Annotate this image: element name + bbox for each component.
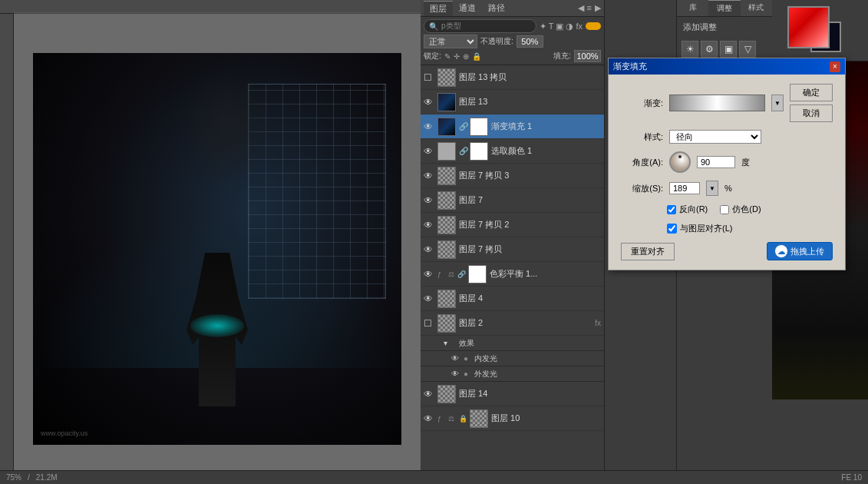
effects-expand[interactable]: ▾ — [444, 339, 454, 347]
style-row: 样式: 径向 — [621, 130, 833, 144]
lock-artboard-icon[interactable]: ⊕ — [463, 52, 469, 61]
layer-item[interactable]: 👁 🔗 选取颜色 1 — [421, 139, 604, 164]
brightness-contrast-icon-btn[interactable]: ☀ — [682, 41, 698, 58]
opacity-label: 不透明度: — [480, 36, 513, 47]
layer-thumbnail — [468, 265, 487, 283]
visibility-eye[interactable]: 👁 — [424, 146, 434, 157]
layer-item[interactable]: 👁 图层 7 拷贝 — [421, 237, 604, 262]
style-select[interactable]: 径向 — [669, 130, 761, 144]
link-icon: 🔗 — [459, 147, 467, 155]
visibility-checkbox[interactable]: ☐ — [424, 318, 434, 329]
layer-thumbnail — [437, 290, 456, 308]
layer-name: 图层 14 — [459, 388, 601, 399]
inner-glow-eye[interactable]: 👁 — [451, 354, 459, 363]
dither-checkbox[interactable] — [720, 205, 729, 214]
layer-thumbnail — [437, 385, 456, 403]
visibility-eye[interactable]: 👁 — [424, 269, 434, 280]
fill-value[interactable]: 100% — [574, 50, 601, 62]
layer-item-gradient-fill[interactable]: 👁 🔗 渐变填充 1 — [421, 114, 604, 139]
filter-text-icon[interactable]: T — [549, 22, 554, 31]
layer-item[interactable]: 👁 ƒ ⚖ 🔗 色彩平衡 1... — [421, 262, 604, 287]
outer-glow-eye[interactable]: 👁 — [451, 370, 459, 378]
align-checkbox[interactable] — [667, 224, 677, 234]
foreground-color-swatch[interactable] — [787, 6, 830, 48]
watermark: www.opacity.us — [41, 429, 87, 437]
lock-icons: ✎ ✛ ⊕ 🔒 — [444, 52, 481, 61]
visibility-eye[interactable]: 👁 — [424, 293, 434, 304]
filter-smart-icon[interactable]: fx — [576, 22, 583, 31]
levels-icon-btn[interactable]: ⚙ — [701, 41, 718, 58]
visibility-eye[interactable]: 👁 — [424, 97, 434, 108]
layer-name: 图层 2 — [459, 317, 592, 329]
layer-item-bottom[interactable]: 👁 ƒ ⚖ 🔒 图层 10 — [421, 406, 604, 431]
panel-expand[interactable]: ≡ — [587, 3, 592, 13]
upload-icon: ☁ — [775, 245, 787, 257]
visibility-eye[interactable]: 👁 — [424, 121, 434, 132]
layer-mask-thumbnail — [470, 118, 488, 136]
layer-item[interactable]: 👁 图层 7 — [421, 188, 604, 213]
layer-item[interactable]: 👁 图层 13 — [421, 90, 604, 114]
visibility-eye[interactable]: 👁 — [424, 244, 434, 255]
search-box[interactable]: 🔍 p类型 — [424, 19, 536, 33]
blend-mode-select[interactable]: 正常 — [424, 35, 477, 48]
scale-dropdown-button[interactable]: ▼ — [706, 181, 718, 196]
checkbox-row-1: 反向(R) 仿色(D) — [621, 204, 833, 215]
opacity-value[interactable]: 50% — [517, 35, 543, 48]
fx-badge: fx — [595, 319, 601, 327]
tab-styles[interactable]: 样式 — [741, 0, 772, 16]
right-panel: 图层 通道 路径 ◀ ≡ ▶ 🔍 p类型 ✦ T ▣ ◑ — [421, 0, 868, 484]
reset-align-button[interactable]: 重置对齐 — [621, 243, 675, 260]
filter-pixel-icon[interactable]: ✦ — [540, 22, 546, 31]
scale-input[interactable] — [669, 182, 700, 194]
upload-button[interactable]: ☁ 拖拽上传 — [767, 242, 833, 260]
layer-item[interactable]: 👁 图层 4 — [421, 287, 604, 311]
visibility-eye[interactable]: 👁 — [424, 195, 434, 206]
layer-item[interactable]: 👁 图层 7 拷贝 3 — [421, 164, 604, 188]
lock-pixel-icon[interactable]: ✎ — [444, 52, 451, 61]
visibility-eye[interactable]: 👁 — [424, 171, 434, 181]
tab-paths[interactable]: 路径 — [482, 1, 511, 15]
layer-list: ☐ 图层 13 拷贝 👁 图层 13 👁 🔗 渐变填充 1 👁 — [421, 65, 604, 472]
tab-channels[interactable]: 通道 — [453, 1, 482, 15]
curves-icon-btn[interactable]: ▣ — [720, 41, 737, 58]
effects-group: ▾ 效果 — [421, 336, 604, 351]
gradient-fill-dialog: 渐变填充 × 渐变: ▼ 确定 取消 样式: 径向 — [608, 58, 846, 270]
cancel-button[interactable]: 取消 — [790, 104, 833, 122]
angle-knob[interactable] — [669, 151, 691, 173]
angle-label: 角度(A): — [621, 157, 663, 168]
visibility-checkbox[interactable]: ☐ — [424, 72, 434, 83]
dialog-close-button[interactable]: × — [830, 61, 840, 72]
inner-glow-item[interactable]: 👁 ● 内发光 — [421, 351, 604, 366]
visibility-eye[interactable]: 👁 — [424, 220, 434, 230]
lock-row: 锁定: ✎ ✛ ⊕ 🔒 填充: 100% — [424, 50, 601, 62]
angle-input[interactable] — [697, 156, 735, 168]
layer-item[interactable]: 👁 图层 7 拷贝 2 — [421, 213, 604, 237]
reverse-checkbox[interactable] — [667, 205, 676, 214]
filter-shape-icon[interactable]: ▣ — [556, 22, 563, 31]
gradient-dropdown-button[interactable]: ▼ — [771, 94, 784, 111]
exposure-icon-btn[interactable]: ▽ — [739, 41, 756, 58]
layer-item[interactable]: ☐ 图层 13 拷贝 — [421, 65, 604, 90]
visibility-eye[interactable]: 👁 — [424, 389, 434, 399]
layer-item-with-fx[interactable]: ☐ 图层 2 fx — [421, 311, 604, 336]
layer-name: 图层 7 拷贝 — [459, 244, 601, 255]
filter-toggle[interactable] — [586, 22, 601, 30]
blend-row: 正常 不透明度: 50% — [424, 35, 601, 48]
gradient-preview[interactable] — [669, 94, 765, 111]
panel-collapse-left[interactable]: ◀ — [578, 3, 584, 13]
percent-label: % — [724, 184, 732, 193]
tab-adjustments[interactable]: 调整 — [708, 0, 740, 16]
layer-item[interactable]: 👁 图层 14 — [421, 382, 604, 406]
layer-name: 图层 13 — [459, 96, 601, 108]
layer-name: 选取颜色 1 — [491, 145, 601, 157]
filter-adj-icon[interactable]: ◑ — [566, 22, 573, 31]
visibility-eye[interactable]: 👁 — [424, 413, 434, 424]
tab-library[interactable]: 库 — [677, 0, 708, 16]
layer-thumbnail — [470, 409, 488, 428]
ok-button[interactable]: 确定 — [790, 84, 833, 101]
panel-collapse-right[interactable]: ▶ — [595, 3, 601, 13]
lock-position-icon[interactable]: ✛ — [454, 52, 460, 61]
outer-glow-item[interactable]: 👁 ● 外发光 — [421, 366, 604, 382]
lock-all-icon[interactable]: 🔒 — [472, 52, 481, 61]
tab-layers[interactable]: 图层 — [424, 1, 453, 16]
